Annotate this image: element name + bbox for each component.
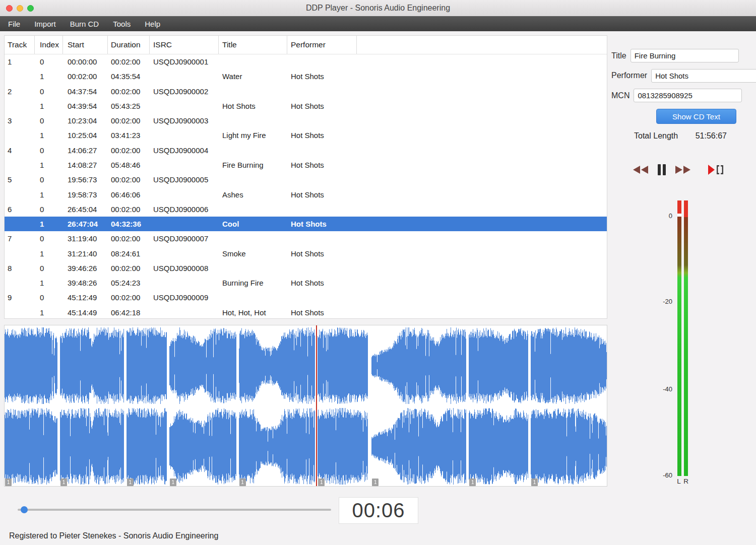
- cell-performer: Hot Shots: [287, 99, 357, 113]
- index-marker[interactable]: 1: [372, 479, 379, 486]
- mcn-input[interactable]: [634, 89, 742, 102]
- cell-duration: 06:42:18: [108, 305, 150, 319]
- table-row[interactable]: 8039:46:2600:02:00USQDJ0900008: [5, 261, 607, 276]
- cell-isrc: [150, 305, 219, 319]
- cell-empty: [357, 158, 607, 172]
- cell-start: 14:06:27: [63, 143, 108, 158]
- cell-index: 0: [35, 143, 63, 158]
- transport-controls: [632, 163, 724, 178]
- pause-button[interactable]: [656, 164, 668, 177]
- seek-thumb[interactable]: [21, 506, 28, 513]
- cell-isrc: USQDJ0900002: [150, 84, 219, 99]
- cell-title: Hot, Hot, Hot: [219, 305, 287, 319]
- cell-isrc: [150, 99, 219, 113]
- column-header-performer: Performer: [287, 36, 357, 54]
- index-marker[interactable]: 1: [318, 479, 325, 486]
- column-header-track: Track: [5, 36, 35, 54]
- playhead[interactable]: [316, 325, 317, 486]
- title-input[interactable]: [631, 49, 739, 62]
- performer-label: Performer: [611, 71, 647, 80]
- play-to-marker-button[interactable]: [708, 163, 724, 178]
- cell-duration: 00:02:00: [108, 231, 150, 246]
- cell-start: 26:45:04: [63, 202, 108, 217]
- menu-import[interactable]: Import: [27, 16, 63, 31]
- cell-track: [5, 187, 35, 201]
- column-header-duration: Duration: [108, 36, 150, 54]
- cell-title: [219, 143, 287, 158]
- cell-empty: [357, 261, 607, 276]
- cell-duration: 00:02:00: [108, 261, 150, 276]
- performer-input[interactable]: [651, 69, 756, 83]
- table-row[interactable]: 2004:37:5400:02:00USQDJ0900002: [5, 84, 607, 99]
- menu-file[interactable]: File: [1, 16, 27, 31]
- menu-burn-cd[interactable]: Burn CD: [63, 16, 106, 31]
- index-marker[interactable]: 1: [127, 479, 134, 486]
- zoom-icon[interactable]: [27, 5, 34, 12]
- table-row[interactable]: 110:25:0403:41:23Light my FireHot Shots: [5, 128, 607, 143]
- rewind-icon: [632, 165, 649, 176]
- cell-track: [5, 69, 35, 84]
- table-row[interactable]: 126:47:0404:32:36CoolHot Shots: [5, 217, 607, 231]
- fast-forward-icon: [674, 165, 691, 176]
- table-row[interactable]: 100:02:0004:35:54WaterHot Shots: [5, 69, 607, 84]
- cell-track: [5, 246, 35, 260]
- show-cd-text-button[interactable]: Show CD Text: [656, 109, 736, 124]
- cell-empty: [357, 290, 607, 305]
- cell-track: [5, 276, 35, 290]
- title-label: Title: [611, 51, 626, 60]
- column-header-index: Index: [35, 36, 63, 54]
- table-row[interactable]: 5019:56:7300:02:00USQDJ0900005: [5, 172, 607, 187]
- column-header-title: Title: [219, 36, 287, 54]
- table-row[interactable]: 9045:12:4900:02:00USQDJ0900009: [5, 290, 607, 305]
- cell-duration: 00:02:00: [108, 143, 150, 158]
- table-row[interactable]: 139:48:2605:24:23Burning FireHot Shots: [5, 276, 607, 290]
- meter-scale-label: -20: [653, 298, 672, 305]
- table-row[interactable]: 1000:00:0000:02:00USQDJ0900001: [5, 54, 607, 69]
- time-display: 00:06: [339, 497, 418, 524]
- index-marker[interactable]: 1: [469, 479, 476, 486]
- cell-empty: [357, 231, 607, 246]
- cell-isrc: USQDJ0900008: [150, 261, 219, 276]
- mcn-label: MCN: [611, 91, 629, 100]
- cell-performer: [287, 84, 357, 99]
- waveform-display[interactable]: 111111111: [4, 325, 607, 487]
- index-marker[interactable]: 1: [60, 479, 67, 486]
- table-row[interactable]: 7031:19:4000:02:00USQDJ0900007: [5, 231, 607, 246]
- index-marker[interactable]: 1: [531, 479, 538, 486]
- cell-duration: 03:41:23: [108, 128, 150, 143]
- fast-forward-button[interactable]: [674, 165, 691, 176]
- rewind-button[interactable]: [632, 165, 649, 176]
- cell-duration: 08:24:61: [108, 246, 150, 260]
- table-row[interactable]: 119:58:7306:46:06AshesHot Shots: [5, 187, 607, 201]
- table-row[interactable]: 131:21:4008:24:61SmokeHot Shots: [5, 246, 607, 260]
- performer-field-row: Performer: [611, 69, 737, 83]
- cell-isrc: USQDJ0900009: [150, 290, 219, 305]
- table-row[interactable]: 104:39:5405:43:25Hot ShotsHot Shots: [5, 99, 607, 113]
- table-row[interactable]: 6026:45:0400:02:00USQDJ0900006: [5, 202, 607, 217]
- index-marker[interactable]: 1: [5, 479, 12, 486]
- menu-help[interactable]: Help: [138, 16, 167, 31]
- cell-start: 00:02:00: [63, 69, 108, 84]
- index-marker[interactable]: 1: [239, 479, 246, 486]
- cell-empty: [357, 305, 607, 319]
- app-window: DDP Player - Sonoris Audio Engineering F…: [0, 0, 756, 545]
- cell-isrc: [150, 246, 219, 260]
- table-row[interactable]: 3010:23:0400:02:00USQDJ0900003: [5, 113, 607, 128]
- cell-empty: [357, 276, 607, 290]
- cell-title: Cool: [219, 217, 287, 231]
- table-row[interactable]: 4014:06:2700:02:00USQDJ0900004: [5, 143, 607, 158]
- table-row[interactable]: 114:08:2705:48:46Fire BurningHot Shots: [5, 158, 607, 172]
- minimize-icon[interactable]: [17, 5, 23, 12]
- menu-tools[interactable]: Tools: [106, 16, 138, 31]
- cell-index: 0: [35, 172, 63, 187]
- cell-track: 2: [5, 84, 35, 99]
- table-row[interactable]: 145:14:4906:42:18Hot, Hot, HotHot Shots: [5, 305, 607, 319]
- meter-scale-label: 0: [653, 212, 672, 220]
- cell-track: 1: [5, 54, 35, 69]
- meter-gap: [677, 214, 681, 217]
- cell-index: 0: [35, 231, 63, 246]
- index-marker[interactable]: 1: [170, 479, 176, 486]
- cell-isrc: USQDJ0900006: [150, 202, 219, 217]
- seek-slider[interactable]: [18, 509, 331, 511]
- close-icon[interactable]: [6, 5, 13, 12]
